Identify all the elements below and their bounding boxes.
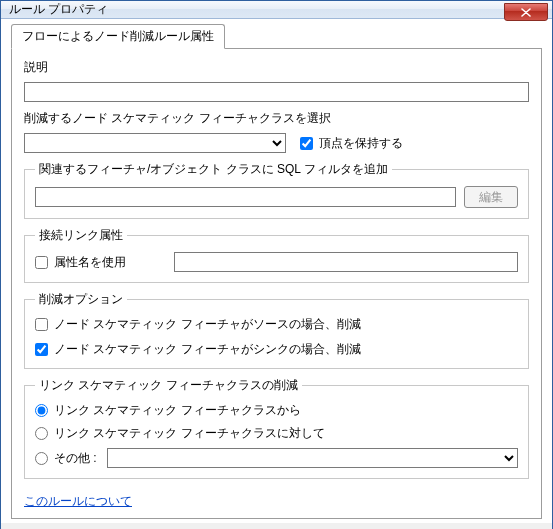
use-attr-name-checkbox[interactable] — [35, 256, 48, 269]
tabstrip: フローによるノード削減ルール属性 — [11, 27, 542, 49]
keep-vertices-label: 頂点を保持する — [319, 135, 403, 152]
reduce-sink-label: ノード スケマティック フィーチャがシンクの場合、削減 — [54, 341, 361, 358]
description-label: 説明 — [24, 59, 529, 76]
reduce-source-checkbox[interactable] — [35, 318, 48, 331]
keep-vertices-checkbox[interactable] — [300, 137, 313, 150]
tab-flow-node-reduction[interactable]: フローによるノード削減ルール属性 — [11, 24, 225, 49]
reduce-options-group: 削減オプション ノード スケマティック フィーチャがソースの場合、削減 ノード … — [24, 291, 529, 369]
reduce-sink-checkbox[interactable] — [35, 343, 48, 356]
use-attr-name-label: 属性名を使用 — [54, 254, 126, 271]
link-other-label: その他 : — [54, 450, 97, 467]
dialog-window: ルール プロパティ フローによるノード削減ルール属性 説明 削減するノード スケ… — [0, 0, 553, 529]
tab-panel: 説明 削減するノード スケマティック フィーチャクラスを選択 頂点を保持する 関… — [11, 48, 542, 519]
link-against-label: リンク スケマティック フィーチャクラスに対して — [54, 425, 325, 442]
connection-group: 接続リンク属性 属性名を使用 — [24, 227, 529, 283]
sql-filter-edit-button[interactable]: 編集 — [464, 186, 518, 208]
feature-class-section: 削減するノード スケマティック フィーチャクラスを選択 頂点を保持する — [24, 110, 529, 153]
description-input[interactable] — [24, 82, 529, 102]
connection-legend: 接続リンク属性 — [35, 227, 127, 244]
tab-label: フローによるノード削減ルール属性 — [22, 29, 214, 43]
dialog-body: フローによるノード削減ルール属性 説明 削減するノード スケマティック フィーチ… — [1, 19, 552, 523]
sql-filter-group: 関連するフィーチャ/オブジェクト クラスに SQL フィルタを追加 編集 — [24, 161, 529, 219]
feature-class-label: 削減するノード スケマティック フィーチャクラスを選択 — [24, 110, 529, 127]
dialog-footer: OK キャンセル — [1, 523, 552, 529]
link-against-radio[interactable] — [35, 427, 48, 440]
link-from-row[interactable]: リンク スケマティック フィーチャクラスから — [35, 402, 518, 419]
description-section: 説明 — [24, 59, 529, 102]
keep-vertices-row[interactable]: 頂点を保持する — [300, 135, 403, 152]
window-title: ルール プロパティ — [9, 1, 108, 18]
reduce-sink-row[interactable]: ノード スケマティック フィーチャがシンクの場合、削減 — [35, 341, 518, 358]
reduce-source-row[interactable]: ノード スケマティック フィーチャがソースの場合、削減 — [35, 316, 518, 333]
titlebar: ルール プロパティ — [1, 1, 552, 19]
use-attr-name-row[interactable]: 属性名を使用 — [35, 254, 126, 271]
attr-name-input[interactable] — [174, 252, 518, 272]
about-rule-link[interactable]: このルールについて — [24, 493, 529, 510]
link-other-row[interactable]: その他 : — [35, 450, 97, 467]
link-reduce-group: リンク スケマティック フィーチャクラスの削減 リンク スケマティック フィーチ… — [24, 377, 529, 479]
close-button[interactable] — [504, 3, 548, 21]
link-from-radio[interactable] — [35, 404, 48, 417]
reduce-source-label: ノード スケマティック フィーチャがソースの場合、削減 — [54, 316, 361, 333]
feature-class-select[interactable] — [24, 133, 286, 153]
link-against-row[interactable]: リンク スケマティック フィーチャクラスに対して — [35, 425, 518, 442]
link-other-radio[interactable] — [35, 452, 48, 465]
sql-filter-legend: 関連するフィーチャ/オブジェクト クラスに SQL フィルタを追加 — [35, 161, 392, 178]
link-from-label: リンク スケマティック フィーチャクラスから — [54, 402, 301, 419]
reduce-options-legend: 削減オプション — [35, 291, 127, 308]
link-reduce-legend: リンク スケマティック フィーチャクラスの削減 — [35, 377, 302, 394]
sql-filter-input[interactable] — [35, 187, 456, 207]
link-other-select[interactable] — [107, 448, 518, 468]
close-icon — [521, 8, 531, 17]
